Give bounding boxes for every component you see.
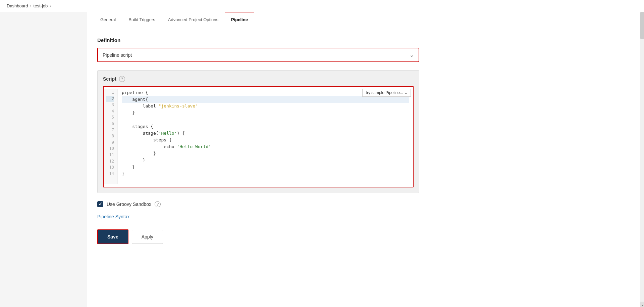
page-content: Definition Pipeline script ⌄ Script ? tr…	[87, 27, 423, 254]
line-num-13: 13	[106, 164, 114, 171]
code-lines: 1 2 3 4 5 6 7 8 9 10 11 12 13	[104, 87, 413, 187]
line-numbers: 1 2 3 4 5 6 7 8 9 10 11 12 13	[104, 89, 118, 184]
code-line-12: }	[122, 164, 409, 171]
line-num-11: 11	[106, 152, 114, 158]
line-num-14: 14	[106, 171, 114, 177]
code-line-8: steps {	[122, 137, 409, 143]
code-line-7: stage('Hello') {	[122, 130, 409, 137]
line-num-12: 12	[106, 158, 114, 165]
try-sample-arrow-icon: ⌄	[405, 91, 407, 95]
line-num-6: 6	[106, 121, 114, 127]
try-sample-button[interactable]: try sample Pipeline... ⌄	[362, 89, 411, 97]
try-sample-label: try sample Pipeline...	[366, 90, 403, 95]
checkmark-icon: ✓	[99, 202, 102, 206]
code-line-2: agent{	[122, 96, 409, 103]
breadcrumb-bar: Dashboard › test-job ›	[0, 0, 644, 12]
definition-dropdown[interactable]: Pipeline script ⌄	[97, 48, 419, 62]
definition-value: Pipeline script	[103, 52, 132, 58]
line-num-9: 9	[106, 139, 114, 146]
code-editor-toolbar: try sample Pipeline... ⌄	[362, 89, 411, 97]
scrollbar-thumb[interactable]	[640, 12, 644, 39]
code-line-14	[122, 177, 409, 184]
line-num-8: 8	[106, 133, 114, 139]
dropdown-arrow-icon: ⌄	[410, 52, 414, 58]
save-button[interactable]: Save	[97, 229, 128, 244]
code-line-4: }	[122, 109, 409, 116]
code-editor[interactable]: try sample Pipeline... ⌄ 1 2 3 4 5 6 7	[103, 86, 414, 187]
breadcrumb-sep-1: ›	[30, 4, 32, 8]
script-help-icon[interactable]: ?	[119, 76, 125, 82]
breadcrumb-dashboard[interactable]: Dashboard	[7, 3, 28, 8]
tab-pipeline[interactable]: Pipeline	[225, 12, 254, 27]
content-area: General Build Triggers Advanced Project …	[87, 12, 644, 307]
line-num-10: 10	[106, 145, 114, 152]
line-num-7: 7	[106, 127, 114, 133]
pipeline-syntax-link[interactable]: Pipeline Syntax	[97, 214, 413, 219]
tab-build-triggers[interactable]: Build Triggers	[122, 12, 161, 27]
script-title: Script	[103, 76, 116, 82]
line-num-3: 3	[106, 102, 114, 108]
code-line-5	[122, 117, 409, 123]
tab-general[interactable]: General	[94, 12, 122, 27]
code-line-10: }	[122, 150, 409, 157]
scrollbar-track: ⌄	[640, 12, 644, 307]
code-line-11: }	[122, 157, 409, 164]
tab-advanced-project-options[interactable]: Advanced Project Options	[162, 12, 225, 27]
apply-button[interactable]: Apply	[132, 230, 163, 244]
code-line-9: echo 'Hello World'	[122, 143, 409, 150]
groovy-help-icon[interactable]: ?	[155, 201, 161, 207]
scroll-down-arrow-icon[interactable]: ⌄	[640, 302, 644, 307]
sidebar	[0, 12, 87, 307]
tabs-bar: General Build Triggers Advanced Project …	[87, 12, 644, 27]
line-num-2: 2	[106, 96, 114, 102]
line-num-1: 1	[106, 89, 114, 96]
definition-label: Definition	[97, 37, 413, 43]
main-layout: General Build Triggers Advanced Project …	[0, 12, 644, 307]
code-content[interactable]: pipeline { agent{ label "jenkins-slave" …	[118, 89, 413, 184]
groovy-sandbox-row: ✓ Use Groovy Sandbox ?	[97, 201, 413, 207]
breadcrumb-sep-2: ›	[50, 4, 51, 8]
script-section: Script ? try sample Pipeline... ⌄ 1	[97, 70, 419, 193]
line-num-5: 5	[106, 114, 114, 121]
code-line-3: label "jenkins-slave"	[122, 103, 409, 109]
script-header: Script ?	[103, 76, 414, 82]
code-line-6: stages {	[122, 123, 409, 130]
groovy-sandbox-label: Use Groovy Sandbox	[107, 202, 151, 207]
groovy-sandbox-checkbox[interactable]: ✓	[97, 201, 103, 207]
breadcrumb-test-job[interactable]: test-job	[34, 3, 48, 8]
code-line-13: }	[122, 171, 409, 177]
line-num-4: 4	[106, 108, 114, 115]
buttons-row: Save Apply	[97, 229, 413, 244]
